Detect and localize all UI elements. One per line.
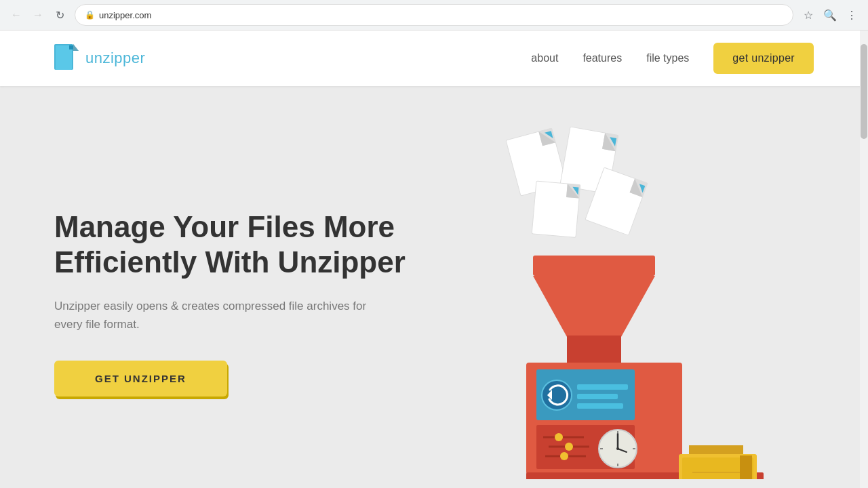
site-nav: unzipper about features file types get u… — [0, 30, 868, 86]
back-button[interactable]: ← — [7, 5, 26, 24]
logo-link[interactable]: unzipper — [54, 44, 145, 73]
star-button[interactable]: ☆ — [799, 5, 818, 24]
nav-get-unzipper-button[interactable]: get unzipper — [713, 43, 814, 74]
hero-subtitle: Unzipper easily opens & creates compress… — [54, 297, 380, 333]
svg-marker-28 — [533, 276, 655, 337]
browser-toolbar: ← → ↻ 🔒 unzipper.com ☆ 🔍 ⋮ — [0, 0, 868, 30]
svg-rect-34 — [577, 384, 628, 390]
hero-cta-button[interactable]: GET UNZIPPER — [54, 361, 227, 396]
svg-rect-53 — [689, 445, 743, 455]
nav-features[interactable]: features — [583, 52, 622, 64]
browser-actions: ☆ 🔍 ⋮ — [799, 5, 861, 24]
menu-button[interactable]: ⋮ — [842, 5, 861, 24]
nav-buttons: ← → ↻ — [7, 5, 69, 24]
scrollbar[interactable] — [860, 30, 868, 488]
svg-rect-27 — [533, 256, 655, 276]
nav-links: about features file types get unzipper — [531, 43, 814, 74]
scrollbar-thumb[interactable] — [861, 44, 867, 139]
logo-icon — [54, 44, 79, 73]
svg-rect-58 — [740, 455, 752, 479]
svg-marker-2 — [73, 44, 79, 51]
address-text: unzipper.com — [99, 10, 151, 20]
hero-illustration — [472, 127, 814, 479]
svg-rect-35 — [577, 394, 618, 399]
svg-point-42 — [565, 443, 573, 451]
browser-window: ← → ↻ 🔒 unzipper.com ☆ 🔍 ⋮ — [0, 0, 868, 30]
svg-point-43 — [560, 452, 568, 460]
nav-file-types[interactable]: file types — [646, 52, 689, 64]
svg-point-41 — [555, 433, 563, 441]
svg-rect-36 — [577, 403, 623, 409]
hero-title: Manage Your Files More Efficiently With … — [54, 209, 445, 281]
hero-content: Manage Your Files More Efficiently With … — [54, 209, 472, 397]
forward-button[interactable]: → — [28, 5, 47, 24]
hero-section: Manage Your Files More Efficiently With … — [0, 86, 868, 488]
lock-icon: 🔒 — [85, 10, 95, 20]
search-button[interactable]: 🔍 — [821, 5, 840, 24]
machine-svg — [472, 127, 770, 479]
refresh-button[interactable]: ↻ — [50, 5, 69, 24]
svg-rect-29 — [567, 336, 621, 363]
address-bar[interactable]: 🔒 unzipper.com — [75, 4, 793, 26]
nav-about[interactable]: about — [531, 52, 558, 64]
site-wrapper: unzipper about features file types get u… — [0, 30, 868, 488]
logo-text: unzipper — [85, 49, 145, 67]
